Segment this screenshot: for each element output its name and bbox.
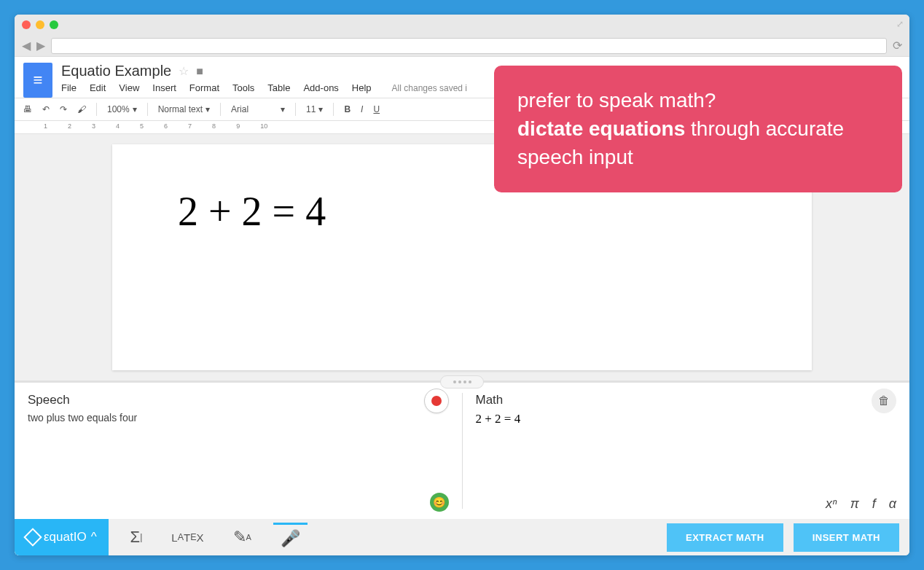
speech-transcript: two plus two equals four <box>28 412 449 423</box>
save-status: All changes saved i <box>392 83 467 93</box>
folder-icon[interactable]: ■ <box>196 65 203 78</box>
speech-mode-icon[interactable]: 🎤 <box>273 523 308 553</box>
paint-format-icon[interactable]: 🖌 <box>77 104 86 114</box>
underline-button[interactable]: U <box>373 104 380 114</box>
delete-button[interactable]: 🗑 <box>872 389 896 413</box>
math-symbol-palette: xⁿ π f α <box>826 496 896 512</box>
handwriting-mode-icon[interactable]: ✎A <box>226 523 259 551</box>
forward-icon[interactable]: ▶ <box>36 39 45 52</box>
menu-tools[interactable]: Tools <box>232 82 254 93</box>
emoji-icon[interactable]: 😊 <box>430 493 449 512</box>
symbol-exponent[interactable]: xⁿ <box>826 496 837 512</box>
math-preview: 2 + 2 = 4 <box>476 412 897 426</box>
menu-insert[interactable]: Insert <box>152 82 176 93</box>
menu-file[interactable]: File <box>61 82 77 93</box>
equatio-logo[interactable]: εquatIO ^ <box>15 519 109 555</box>
undo-icon[interactable]: ↶ <box>42 104 50 114</box>
docs-app-icon[interactable]: ≡ <box>23 63 52 98</box>
diamond-icon <box>23 528 42 546</box>
insert-math-button[interactable]: INSERT MATH <box>794 523 899 552</box>
style-select[interactable]: Normal text ▾ <box>158 104 210 114</box>
url-input[interactable] <box>51 38 887 54</box>
symbol-pi[interactable]: π <box>850 496 859 512</box>
equatio-bottom-bar: εquatIO ^ Σ| LATEX ✎A 🎤 EXTRACT MATH INS… <box>15 519 909 555</box>
browser-window: ⤢ ◀ ▶ ⟳ ≡ Equatio Example ☆ ■ File Edit … <box>15 15 909 555</box>
math-pane: Math 2 + 2 = 4 🗑 xⁿ π f α <box>463 383 910 519</box>
symbol-f[interactable]: f <box>872 496 876 512</box>
menu-addons[interactable]: Add-ons <box>303 82 338 93</box>
font-select[interactable]: Arial ▾ <box>231 104 285 114</box>
menu-format[interactable]: Format <box>189 82 219 93</box>
resize-icon[interactable]: ⤢ <box>896 19 904 29</box>
promo-callout: prefer to speak math? dictate equations … <box>494 66 902 192</box>
fontsize-select[interactable]: 11 ▾ <box>306 104 323 114</box>
equation-editor-mode-icon[interactable]: Σ| <box>123 523 150 551</box>
reload-icon[interactable]: ⟳ <box>893 39 902 52</box>
math-title: Math <box>476 393 897 407</box>
chevron-up-icon: ^ <box>91 530 97 544</box>
menu-help[interactable]: Help <box>352 82 372 93</box>
speech-pane: Speech two plus two equals four 😊 <box>15 383 462 519</box>
browser-toolbar: ◀ ▶ ⟳ <box>15 35 909 57</box>
print-icon[interactable]: 🖶 <box>23 104 32 114</box>
symbol-alpha[interactable]: α <box>889 496 896 512</box>
equation-display: 2 + 2 = 4 <box>178 188 746 235</box>
document-title[interactable]: Equatio Example <box>61 63 171 79</box>
star-icon[interactable]: ☆ <box>179 64 189 78</box>
back-icon[interactable]: ◀ <box>22 39 31 52</box>
minimize-icon[interactable] <box>36 20 44 29</box>
maximize-icon[interactable] <box>50 20 58 29</box>
bold-button[interactable]: B <box>344 104 351 114</box>
equatio-panel: Speech two plus two equals four 😊 Math 2… <box>15 380 909 519</box>
menu-table[interactable]: Table <box>267 82 290 93</box>
redo-icon[interactable]: ↷ <box>60 104 67 114</box>
speech-title: Speech <box>28 393 449 407</box>
record-button[interactable] <box>424 389 449 413</box>
italic-button[interactable]: I <box>361 104 363 114</box>
record-icon <box>431 396 442 406</box>
zoom-select[interactable]: 100% ▾ <box>107 104 137 114</box>
latex-mode-icon[interactable]: LATEX <box>164 527 211 548</box>
window-titlebar <box>15 15 909 35</box>
extract-math-button[interactable]: EXTRACT MATH <box>667 523 783 552</box>
close-icon[interactable] <box>22 20 31 29</box>
menu-edit[interactable]: Edit <box>90 82 106 93</box>
menu-view[interactable]: View <box>119 82 139 93</box>
